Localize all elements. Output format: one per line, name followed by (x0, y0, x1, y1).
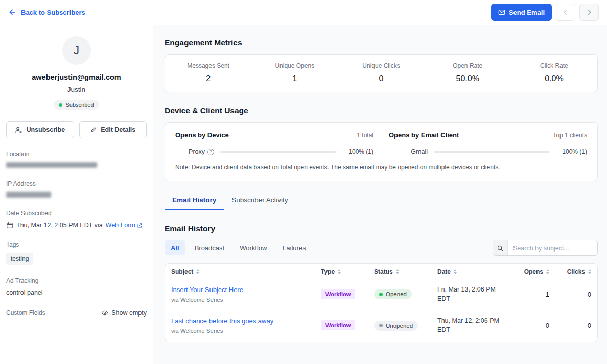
search-icon (497, 245, 504, 252)
location-label: Location (6, 151, 147, 158)
subscriber-name: Justin (6, 86, 147, 93)
location-field: Location (6, 151, 147, 168)
detail-tabs: Email History Subscriber Activity (165, 191, 296, 210)
opens-cell: 1 (518, 290, 549, 298)
device-client-usage-title: Device & Client Usage (165, 106, 598, 115)
metric-unique-clicks: Unique Clicks 0 (338, 62, 424, 83)
opens-by-client-panel: Opens by Email Client Top 1 clients Gmai… (389, 131, 587, 155)
metric-value: 1 (251, 74, 338, 83)
status-badge: Subscribed (54, 100, 99, 110)
edit-details-button[interactable]: Edit Details (79, 121, 147, 138)
via-prefix: via (171, 328, 179, 334)
metric-label: Messages Sent (165, 62, 251, 69)
next-subscriber-button[interactable] (579, 4, 599, 21)
ip-address-field: IP Address (6, 180, 147, 198)
type-badge: Workflow (321, 289, 355, 299)
filter-failures[interactable]: Failures (276, 240, 312, 255)
main-content: Engagement Metrics Messages Sent 2 Uniqu… (153, 25, 607, 364)
device-client-usage-card: Opens by Device 1 total Proxy ? 100% (1) (165, 122, 598, 181)
column-header-date[interactable]: Date (437, 268, 518, 275)
welcome-series-link[interactable]: Welcome Series (180, 297, 223, 303)
metric-open-rate: Open Rate 50.0% (425, 62, 511, 83)
column-header-subject[interactable]: Subject (171, 268, 321, 275)
type-badge: Workflow (321, 320, 355, 330)
tag-chip[interactable]: testing (6, 253, 33, 265)
subject-cell: Last chance before this goes away via We… (171, 317, 321, 334)
subscriber-email: aweberjustin@gmail.com (6, 73, 147, 81)
ip-address-label: IP Address (6, 180, 147, 187)
filter-all[interactable]: All (165, 240, 185, 255)
sort-icon (338, 269, 341, 274)
unsubscribe-label: Unsubscribe (26, 126, 65, 133)
status-badge-opened: Opened (374, 289, 412, 299)
search-button[interactable] (493, 240, 508, 255)
email-history-title: Email History (165, 224, 598, 233)
opens-by-client-total: Top 1 clients (553, 132, 587, 139)
sort-icon (196, 269, 199, 274)
previous-subscriber-button[interactable] (556, 4, 575, 21)
unsubscribe-button[interactable]: Unsubscribe (6, 121, 74, 138)
metric-value: 2 (165, 74, 251, 83)
chevron-left-icon (562, 9, 569, 16)
topbar-actions: Send Email (491, 4, 599, 21)
filter-broadcast[interactable]: Broadcast (189, 240, 231, 255)
clicks-cell: 0 (549, 322, 591, 329)
ad-tracking-label: Ad Tracking (6, 277, 147, 284)
send-email-button[interactable]: Send Email (491, 4, 552, 21)
calendar-icon (6, 222, 13, 229)
device-row-value: 100% (1) (342, 148, 373, 155)
column-header-clicks[interactable]: Clicks (549, 268, 591, 275)
metric-unique-opens: Unique Opens 1 (251, 62, 338, 83)
metric-label: Open Rate (425, 62, 511, 69)
opens-by-device-title: Opens by Device (175, 131, 229, 139)
metric-messages-sent: Messages Sent 2 (165, 62, 251, 83)
back-to-subscribers-link[interactable]: Back to Subscribers (8, 8, 85, 16)
engagement-metrics-card: Messages Sent 2 Unique Opens 1 Unique Cl… (165, 54, 598, 92)
back-arrow-icon (8, 8, 16, 16)
engagement-metrics-title: Engagement Metrics (165, 38, 598, 47)
tab-email-history[interactable]: Email History (165, 191, 224, 210)
client-progress-bar (434, 151, 549, 153)
date-subscribed-value: Thu, Mar 12, 2:05 PM EDT via (16, 222, 103, 229)
back-label: Back to Subscribers (21, 9, 85, 16)
device-row-label: Proxy (189, 148, 205, 155)
welcome-series-link[interactable]: Welcome Series (180, 328, 223, 334)
external-link-icon (137, 223, 143, 228)
clicks-cell: 0 (549, 290, 591, 298)
email-subject-link[interactable]: Last chance before this goes away (171, 317, 321, 325)
ad-tracking-field: Ad Tracking control panel (6, 277, 147, 296)
unopened-dot-icon (379, 324, 383, 327)
column-header-status[interactable]: Status (374, 268, 437, 275)
edit-details-label: Edit Details (101, 126, 135, 133)
opens-cell: 0 (518, 322, 549, 329)
show-empty-toggle[interactable]: Show empty (101, 309, 147, 317)
email-icon (498, 9, 505, 16)
column-header-opens[interactable]: Opens (518, 268, 549, 275)
custom-fields-field: Custom Fields Show empty (6, 309, 147, 317)
opens-by-client-title: Opens by Email Client (389, 131, 459, 139)
web-form-link[interactable]: Web Form (106, 222, 143, 229)
device-progress-bar (220, 151, 336, 153)
avatar: J (62, 36, 91, 65)
web-form-link-label: Web Form (106, 222, 135, 229)
search-input[interactable] (508, 240, 597, 255)
table-row: Last chance before this goes away via We… (165, 310, 597, 341)
opens-by-device-total: 1 total (357, 132, 373, 139)
column-header-type[interactable]: Type (321, 268, 374, 275)
subscribed-dot-icon (59, 103, 62, 107)
status-badge-label: Subscribed (65, 102, 94, 108)
sort-icon (396, 269, 399, 274)
client-row-value: 100% (1) (555, 148, 587, 155)
tab-subscriber-activity[interactable]: Subscriber Activity (224, 191, 295, 210)
subscriber-sidebar: J aweberjustin@gmail.com Justin Subscrib… (0, 25, 153, 364)
sort-icon (588, 269, 591, 274)
filter-workflow[interactable]: Workflow (234, 240, 273, 255)
ip-address-redacted-value (6, 192, 51, 198)
email-subject-link[interactable]: Insert Your Subject Here (171, 286, 321, 294)
top-bar: Back to Subscribers Send Email (0, 0, 607, 25)
eye-icon (101, 309, 108, 317)
help-icon[interactable]: ? (207, 149, 214, 155)
opens-by-device-panel: Opens by Device 1 total Proxy ? 100% (1) (175, 131, 373, 155)
status-badge-unopened: Unopened (374, 321, 418, 331)
date-cell: Fri, Mar 13, 2:06 PMEDT (437, 285, 518, 303)
